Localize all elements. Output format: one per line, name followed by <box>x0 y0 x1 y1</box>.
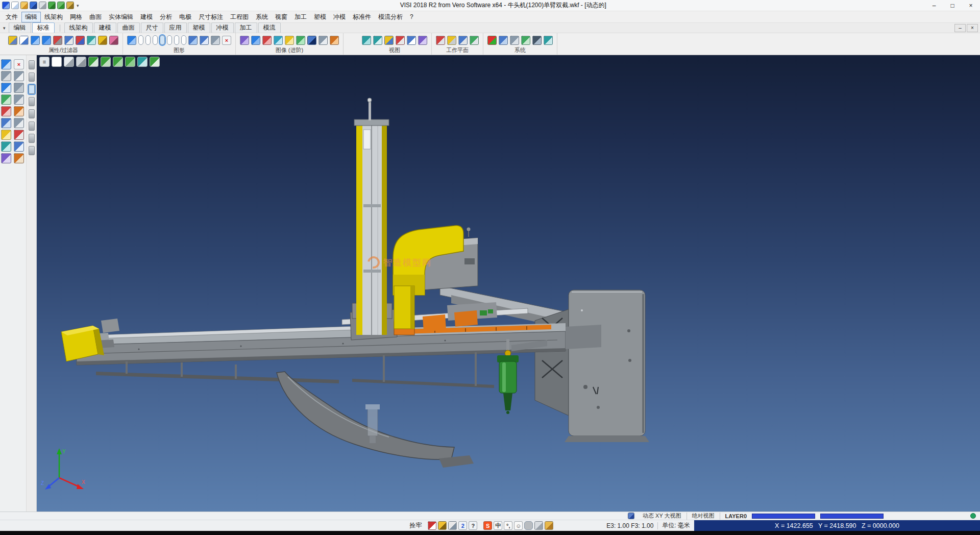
refresh-filter-icon[interactable] <box>42 36 51 45</box>
iso-view-se-icon[interactable] <box>113 57 123 67</box>
wcs-slot-icon-7[interactable] <box>29 134 35 143</box>
lock-toggle[interactable]: 拴牢 <box>406 521 425 530</box>
workplane-3points-icon[interactable] <box>458 36 468 45</box>
emoji-icon[interactable]: ☺ <box>514 521 523 530</box>
redo-icon[interactable] <box>57 2 65 9</box>
input-mode-icon[interactable]: 中 <box>494 521 502 530</box>
wireframe-view-icon[interactable] <box>200 36 209 45</box>
menu-mold[interactable]: 塑模 <box>310 12 330 22</box>
pixel-grid-icon[interactable] <box>532 36 542 45</box>
view-menu-icon[interactable]: ≡ <box>39 57 50 67</box>
translate-icon[interactable] <box>1 71 11 81</box>
workplane-reset-icon[interactable] <box>470 36 479 45</box>
erase-graphics-icon[interactable]: × <box>222 36 231 45</box>
dimension-entity-icon[interactable] <box>14 141 24 152</box>
snap-grid-icon[interactable] <box>521 36 530 45</box>
new-file-icon[interactable] <box>11 2 19 9</box>
viewport-slot-icon-4[interactable] <box>160 35 165 45</box>
orbit-view-icon[interactable] <box>418 36 427 45</box>
layer-table-icon[interactable] <box>64 36 74 45</box>
toolbox-icon[interactable] <box>545 521 553 530</box>
viewport-slot-icon-7[interactable] <box>181 35 186 45</box>
tab-dropdown-icon[interactable]: ▾ <box>2 26 9 31</box>
chamfer-entity-icon[interactable] <box>1 130 11 140</box>
visi-logo-icon[interactable] <box>2 2 10 9</box>
tab-application[interactable]: 应用 <box>164 22 187 33</box>
active-layer-label[interactable]: LAYER0 <box>725 513 747 519</box>
entity-filter-icon[interactable] <box>76 36 85 45</box>
update-links-icon[interactable] <box>31 36 40 45</box>
snapshot-icon[interactable] <box>318 36 328 45</box>
scale-entity-icon[interactable] <box>1 94 11 105</box>
previous-view-icon[interactable] <box>384 36 394 45</box>
menu-surface[interactable]: 曲面 <box>86 12 105 22</box>
lock-status-icon[interactable] <box>428 521 436 530</box>
menu-flow-analysis[interactable]: 模流分析 <box>375 12 406 22</box>
offset-entity-icon[interactable] <box>1 118 11 128</box>
punctuation-icon[interactable]: °, <box>504 521 512 530</box>
top-view-icon[interactable] <box>52 57 62 67</box>
rotate-entity-icon[interactable] <box>1 83 11 93</box>
tab-surface[interactable]: 曲面 <box>117 22 140 33</box>
zoom-status-icon[interactable] <box>438 521 447 530</box>
viewport-slot-icon-2[interactable] <box>145 35 151 45</box>
delete-entity-icon[interactable]: × <box>14 59 24 69</box>
background-icon[interactable] <box>307 36 316 45</box>
system-settings-icon[interactable] <box>510 36 519 45</box>
wcs-slot-icon-8[interactable] <box>29 146 35 155</box>
viewport-slot-icon-6[interactable] <box>174 35 179 45</box>
layer-manager-icon[interactable] <box>544 36 553 45</box>
animation-icon[interactable] <box>330 36 339 45</box>
dimetric-view-icon[interactable] <box>137 57 148 67</box>
menu-machining[interactable]: 加工 <box>291 12 310 22</box>
visibility-icon[interactable] <box>407 36 416 45</box>
tab-wireframe[interactable]: 线架构 <box>64 22 93 33</box>
wcs-slot-icon-6[interactable] <box>29 121 35 131</box>
child-close-button[interactable]: × <box>967 24 978 32</box>
dynamic-rotate-icon[interactable] <box>251 36 260 45</box>
iso-view-ne-icon[interactable] <box>88 57 99 67</box>
view-mode-icon[interactable] <box>628 513 634 519</box>
child-minimize-button[interactable]: – <box>954 24 966 32</box>
match-properties-icon[interactable] <box>19 36 29 45</box>
wcs-slot-icon-2[interactable] <box>29 72 35 82</box>
absolute-view-label[interactable]: 绝对视图 <box>692 512 715 520</box>
zoom-extents-icon[interactable] <box>362 36 371 45</box>
mirror-entity-icon[interactable] <box>14 83 24 93</box>
fillet-entity-icon[interactable] <box>14 118 24 128</box>
undo-icon[interactable] <box>48 2 56 9</box>
edit-mode-icon[interactable] <box>448 521 457 530</box>
maximize-button[interactable]: □ <box>943 0 962 11</box>
wcs-slot-icon-3[interactable] <box>29 85 35 94</box>
hidden-line-view-icon[interactable] <box>211 36 220 45</box>
section-view-icon[interactable] <box>262 36 272 45</box>
transparency-icon[interactable] <box>274 36 283 45</box>
viewport-slot-icon-1[interactable] <box>138 35 143 45</box>
extend-entity-icon[interactable] <box>14 106 24 116</box>
menu-wireframe[interactable]: 线架构 <box>41 12 66 22</box>
tab-standard[interactable]: 标准 <box>32 22 55 33</box>
quick-filter-icon[interactable] <box>87 36 96 45</box>
menu-mesh[interactable]: 网格 <box>66 12 86 22</box>
iso-view-nw-icon[interactable] <box>101 57 111 67</box>
menu-drawing[interactable]: 工程图 <box>227 12 252 22</box>
menu-window[interactable]: 视窗 <box>272 12 291 22</box>
wcs-slot-icon-5[interactable] <box>29 109 35 118</box>
workplane-face-icon[interactable] <box>447 36 456 45</box>
display-config-icon[interactable] <box>499 36 508 45</box>
save-file-icon[interactable] <box>30 2 37 9</box>
shaded-view-icon[interactable] <box>188 36 198 45</box>
tab-modeling[interactable]: 建模 <box>94 22 116 33</box>
wireframe-cube-icon[interactable] <box>64 57 74 67</box>
recent-files-icon[interactable] <box>66 2 74 9</box>
color-palette-icon[interactable] <box>487 36 497 45</box>
wcs-slot-icon-1[interactable] <box>29 60 35 69</box>
tab-dimension[interactable]: 尺寸 <box>141 22 163 33</box>
zoom-select-icon[interactable] <box>1 59 11 69</box>
material-icon[interactable] <box>296 36 305 45</box>
iso-view-sw-icon[interactable] <box>125 57 135 67</box>
tag-properties-icon[interactable] <box>98 36 107 45</box>
help-status-icon[interactable]: ? <box>469 521 477 530</box>
menu-modeling[interactable]: 建模 <box>137 12 156 22</box>
axis-view-icon[interactable] <box>396 36 405 45</box>
